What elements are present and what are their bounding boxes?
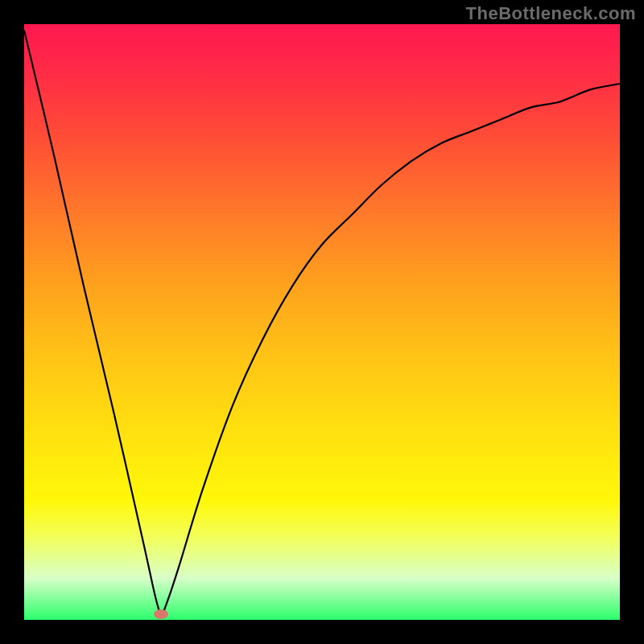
- curve-path: [24, 30, 620, 613]
- attribution-text: TheBottleneck.com: [466, 3, 636, 24]
- optimum-marker: [154, 609, 168, 619]
- bottleneck-curve: [24, 24, 620, 620]
- plot-area: [24, 24, 620, 620]
